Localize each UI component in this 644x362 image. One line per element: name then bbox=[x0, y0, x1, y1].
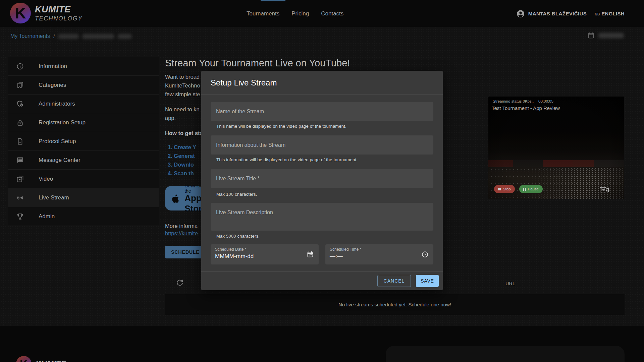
scheduled-time-picker[interactable]: Scheduled Time * —:— bbox=[325, 244, 433, 264]
stream-title-helper: Max 100 characters. bbox=[216, 192, 257, 197]
cancel-button[interactable]: CANCEL bbox=[377, 275, 411, 287]
scheduled-date-value: MMMM-mm-dd bbox=[215, 253, 254, 260]
stream-name-helper: This name will be displayed on the video… bbox=[216, 124, 346, 129]
stream-description-helper: Max 5000 characters. bbox=[216, 234, 260, 239]
app-root: K KUMITE TECHNOLOGY Tournaments Pricing … bbox=[0, 0, 644, 362]
dialog-footer: CANCEL SAVE bbox=[201, 271, 443, 290]
scheduled-date-picker[interactable]: Scheduled Date * MMMM-mm-dd bbox=[211, 244, 319, 264]
scheduled-date-label: Scheduled Date * bbox=[215, 247, 246, 252]
scheduled-time-label: Scheduled Time * bbox=[330, 247, 361, 252]
stream-name-input[interactable] bbox=[211, 102, 433, 121]
schedule-row: Scheduled Date * MMMM-mm-dd Scheduled Ti… bbox=[211, 244, 433, 264]
stream-description-input[interactable] bbox=[211, 203, 433, 231]
dialog-header: Setup Live Stream bbox=[201, 71, 443, 95]
stream-title-input[interactable] bbox=[211, 169, 433, 188]
save-button[interactable]: SAVE bbox=[416, 275, 439, 287]
scheduled-time-value: —:— bbox=[330, 253, 343, 260]
setup-live-stream-dialog: Setup Live Stream This name will be disp… bbox=[201, 71, 443, 290]
clock-icon bbox=[421, 250, 429, 258]
dialog-title: Setup Live Stream bbox=[211, 78, 277, 87]
calendar-icon bbox=[306, 250, 314, 258]
stream-info-input[interactable] bbox=[211, 135, 433, 155]
stream-info-helper: This information will be displayed on th… bbox=[216, 157, 358, 162]
